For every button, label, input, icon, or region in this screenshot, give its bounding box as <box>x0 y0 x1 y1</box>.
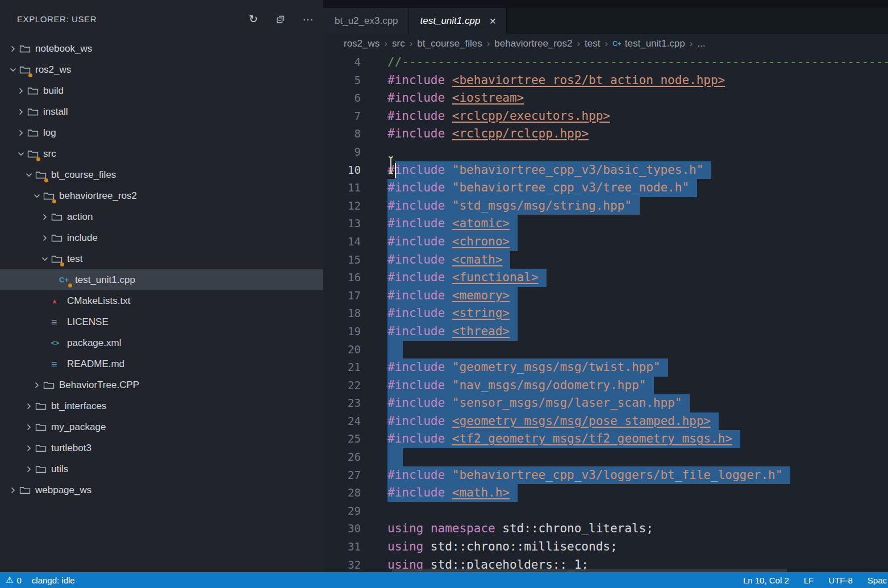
selection-highlight: #include <functional> <box>387 269 547 287</box>
breadcrumb-item-behaviortree_ros2[interactable]: behaviortree_ros2 <box>494 38 572 49</box>
tree-item-test_unit1.cpp[interactable]: C+test_unit1.cpp <box>0 269 323 290</box>
breadcrumb-item-test_unit1.cpp[interactable]: C+test_unit1.cpp <box>612 38 685 49</box>
selection-highlight: #include <geometry_msgs/msg/pose_stamped… <box>387 412 719 431</box>
code-line: 12#include "std_msgs/msg/string.hpp" <box>323 197 888 215</box>
explorer-title: EXPLORER: USER <box>17 14 246 24</box>
code-line: 5#include <behaviortree_ros2/bt_action_n… <box>323 72 888 90</box>
tree-item-include[interactable]: include <box>0 227 323 248</box>
chevron-right-icon[interactable] <box>7 486 19 495</box>
line-number: 12 <box>323 197 374 215</box>
editor-area: bt_u2_ex3.cpptest_unit1.cpp× ros2_ws›src… <box>323 0 888 572</box>
tree-indent-spacer <box>47 276 59 285</box>
close-icon[interactable]: × <box>489 15 496 28</box>
chevron-right-icon[interactable] <box>15 128 27 137</box>
chevron-right-icon[interactable] <box>23 465 35 474</box>
breadcrumb-item-src[interactable]: src <box>392 38 405 49</box>
tab-label: bt_u2_ex3.cpp <box>335 15 398 27</box>
tree-item-utils[interactable]: utils <box>0 458 323 479</box>
collapse-folders-icon[interactable] <box>273 12 288 27</box>
folder-icon <box>19 485 34 495</box>
selection-highlight: include "behaviortree_cpp_v3/basic_types… <box>395 161 712 180</box>
code-editor[interactable]: 4//-------------------------------------… <box>323 53 888 572</box>
breadcrumb-item-...[interactable]: ... <box>697 38 705 49</box>
tree-item-my_package[interactable]: my_package <box>0 416 323 437</box>
tree-item-behaviortree_ros2[interactable]: behaviortree_ros2 <box>0 185 323 206</box>
line-number: 32 <box>323 556 374 572</box>
chevron-right-icon[interactable] <box>23 402 35 411</box>
tree-item-label: log <box>43 127 56 139</box>
tree-item-notebook_ws[interactable]: notebook_ws <box>0 38 323 59</box>
tree-item-label: src <box>43 148 56 160</box>
status-clangd-status[interactable]: clangd: idle <box>32 576 75 585</box>
chevron-right-icon[interactable] <box>23 423 35 432</box>
code-line: 16#include <functional> <box>323 269 888 287</box>
tree-item-log[interactable]: log <box>0 122 323 143</box>
explorer-header: EXPLORER: USER ↻··· <box>0 0 323 38</box>
git-modified-badge <box>60 262 64 266</box>
folder-icon <box>19 44 34 54</box>
tree-item-build[interactable]: build <box>0 80 323 101</box>
folder-icon <box>35 422 50 432</box>
code-line: 6#include <iostream> <box>323 89 888 107</box>
status-problems[interactable]: ⚠0 <box>6 575 22 585</box>
folder-icon <box>27 86 42 96</box>
status-encoding[interactable]: UTF-8 <box>828 576 853 585</box>
tree-item-action[interactable]: action <box>0 206 323 227</box>
tree-item-label: utils <box>51 464 68 475</box>
refresh-icon[interactable]: ↻ <box>246 12 261 27</box>
breadcrumb-item-ros2_ws[interactable]: ros2_ws <box>344 38 380 49</box>
code-line: 17#include <memory> <box>323 287 888 305</box>
chevron-right-icon[interactable] <box>31 381 43 390</box>
chevron-right-icon[interactable] <box>39 212 51 222</box>
chevron-right-icon: › <box>405 38 418 49</box>
tree-item-label: include <box>67 232 98 244</box>
horizontal-scrollbar[interactable] <box>392 569 787 572</box>
code-line: 25#include <tf2_geometry_msgs/tf2_geomet… <box>323 430 888 448</box>
chevron-right-icon[interactable] <box>23 444 35 453</box>
tree-item-label: my_package <box>51 422 106 433</box>
tree-item-bt_interfaces[interactable]: bt_interfaces <box>0 395 323 416</box>
tree-item-BehaviorTree.CPP[interactable]: BehaviorTree.CPP <box>0 374 323 395</box>
line-number: 7 <box>323 107 374 126</box>
tree-item-src[interactable]: src <box>0 143 323 164</box>
tree-item-webpage_ws[interactable]: webpage_ws <box>0 479 323 501</box>
tab-label: test_unit1.cpp <box>420 15 481 27</box>
tree-item-README.md[interactable]: ≡README.md <box>0 353 323 374</box>
selection-highlight <box>387 448 403 466</box>
code-line: 23#include "sensor_msgs/msg/laser_scan.h… <box>323 394 888 412</box>
breadcrumb-item-test[interactable]: test <box>585 38 600 49</box>
code-line: 14#include <chrono> <box>323 233 888 251</box>
tab-test_unit1.cpp[interactable]: test_unit1.cpp× <box>409 8 507 34</box>
status-eol[interactable]: LF <box>804 576 814 585</box>
status-cursor-position[interactable]: Ln 10, Col 2 <box>743 576 789 585</box>
chevron-right-icon[interactable] <box>15 107 27 116</box>
tree-item-bt_course_files[interactable]: bt_course_files <box>0 164 323 185</box>
chevron-down-icon[interactable] <box>7 65 19 74</box>
chevron-right-icon[interactable] <box>15 86 27 95</box>
tab-bt_u2_ex3.cpp[interactable]: bt_u2_ex3.cpp <box>323 8 409 34</box>
tree-item-turtlebot3[interactable]: turtlebot3 <box>0 437 323 458</box>
tree-item-LICENSE[interactable]: ≡LICENSE <box>0 311 323 332</box>
tree-item-package.xml[interactable]: <>package.xml <box>0 332 323 353</box>
line-number: 10 <box>323 161 374 180</box>
tree-item-install[interactable]: install <box>0 101 323 122</box>
line-number: 22 <box>323 377 374 395</box>
chevron-right-icon[interactable] <box>39 233 51 243</box>
chevron-right-icon: › <box>482 38 495 49</box>
tree-item-CMakeLists.txt[interactable]: ▲CMakeLists.txt <box>0 290 323 311</box>
breadcrumb-item-bt_course_files[interactable]: bt_course_files <box>417 38 482 49</box>
code-line: 11#include "behaviortree_cpp_v3/tree_nod… <box>323 179 888 197</box>
git-modified-badge <box>36 157 40 161</box>
tree-item-ros2_ws[interactable]: ros2_ws <box>0 59 323 80</box>
chevron-down-icon[interactable] <box>31 191 43 201</box>
tree-item-label: CMakeLists.txt <box>67 295 130 307</box>
tree-item-test[interactable]: test <box>0 248 323 269</box>
chevron-down-icon[interactable] <box>15 149 27 159</box>
more-actions-icon[interactable]: ··· <box>301 12 315 27</box>
chevron-right-icon[interactable] <box>7 44 19 53</box>
line-number: 23 <box>323 394 374 412</box>
chevron-down-icon[interactable] <box>23 170 35 180</box>
warning-icon: ⚠ <box>6 575 13 585</box>
chevron-down-icon[interactable] <box>39 255 51 264</box>
status-indentation[interactable]: Spac <box>868 576 887 585</box>
